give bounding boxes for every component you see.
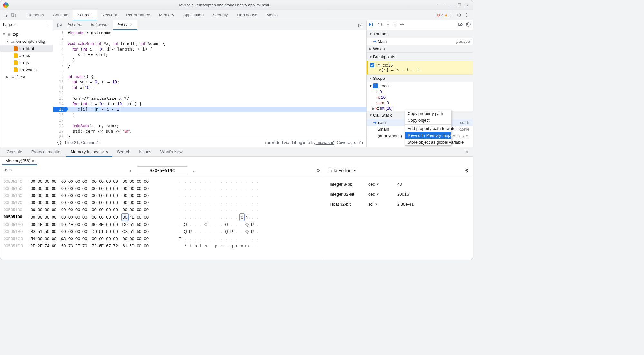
editor-statusbar: {} Line 21, Column 1 (provided via debug… bbox=[53, 138, 366, 147]
main-tab-network[interactable]: Network bbox=[97, 10, 122, 20]
breakpoint-checkbox[interactable] bbox=[370, 63, 374, 67]
format-select[interactable]: sci ▼ bbox=[368, 202, 397, 207]
value-row: Integer 32-bitdec ▼20016 bbox=[330, 189, 467, 199]
editor-pane: ▯◂ lmi.htmllmi.wasmlmi.cc× ▷| 1#include … bbox=[53, 20, 366, 147]
next-page-icon[interactable]: › bbox=[191, 168, 197, 173]
svg-point-8 bbox=[466, 23, 470, 26]
nav-back-icon[interactable]: ▯◂ bbox=[55, 23, 63, 27]
memory-settings-icon[interactable] bbox=[465, 168, 469, 173]
maximize-button[interactable]: ☐ bbox=[456, 3, 463, 7]
svg-rect-2 bbox=[14, 14, 16, 17]
scope-variable[interactable]: sum: 0 bbox=[376, 100, 473, 106]
drawer-close-icon[interactable]: ✕ bbox=[463, 149, 471, 154]
sidebar-expand-icon[interactable]: » bbox=[14, 23, 16, 27]
chevron-down-icon[interactable]: ˅ bbox=[442, 3, 449, 7]
main-tab-security[interactable]: Security bbox=[208, 10, 232, 20]
main-tab-lighthouse[interactable]: Lighthouse bbox=[232, 10, 262, 20]
resume-button[interactable] bbox=[369, 22, 374, 28]
tree-origin[interactable]: ▼emscripten-dbg- bbox=[0, 38, 53, 45]
breakpoints-section[interactable]: ▼Breakpoints bbox=[367, 53, 473, 61]
chevron-up-icon[interactable]: ˄ bbox=[435, 3, 442, 7]
main-tab-console[interactable]: Console bbox=[48, 10, 73, 20]
close-memory-tab-icon[interactable]: × bbox=[32, 158, 34, 163]
error-warning-badge[interactable]: ⊘3 ▲1 bbox=[435, 12, 453, 18]
endian-select[interactable]: Little Endian bbox=[328, 168, 351, 173]
context-menu-item[interactable]: Store object as global variable bbox=[405, 139, 451, 145]
pretty-print-icon[interactable]: {} bbox=[57, 140, 62, 145]
watch-section[interactable]: ▶Watch bbox=[367, 45, 473, 53]
step-button[interactable] bbox=[400, 22, 405, 28]
navigator-sidebar: Page » ▼top ▼emscripten-dbg- lmi.html lm… bbox=[0, 20, 53, 147]
svg-point-3 bbox=[380, 26, 380, 27]
svg-point-5 bbox=[395, 26, 396, 27]
file-lmi-wasm[interactable]: lmi.wasm bbox=[0, 66, 53, 73]
close-tab-icon[interactable]: × bbox=[130, 23, 133, 27]
drawer-tab[interactable]: Issues bbox=[135, 147, 156, 157]
main-tab-memory[interactable]: Memory bbox=[155, 10, 179, 20]
file-lmi-js[interactable]: lmi.js bbox=[0, 59, 53, 66]
context-menu-item[interactable]: Reveal in Memory Inspector panel bbox=[405, 132, 451, 139]
main-tab-sources[interactable]: Sources bbox=[73, 10, 97, 20]
settings-icon[interactable] bbox=[455, 11, 463, 19]
code-editor[interactable]: 1#include <iostream>23void calcSum(int *… bbox=[53, 30, 366, 138]
thread-main[interactable]: ➔Mainpaused bbox=[367, 38, 473, 45]
refresh-icon[interactable]: ⟳ bbox=[317, 168, 320, 173]
context-menu-item[interactable]: Add property path to watch bbox=[405, 125, 451, 132]
pause-exceptions-button[interactable] bbox=[466, 22, 471, 28]
drawer-tab[interactable]: Protocol monitor bbox=[27, 147, 66, 157]
run-snippet-icon[interactable]: ▷| bbox=[357, 23, 364, 27]
scope-section[interactable]: ▼Scope bbox=[367, 74, 473, 82]
threads-section[interactable]: ▼Threads bbox=[367, 30, 473, 38]
sidebar-menu-icon[interactable] bbox=[45, 22, 51, 28]
drawer-tab[interactable]: What's New bbox=[156, 147, 187, 157]
device-mode-icon[interactable] bbox=[10, 11, 18, 19]
deactivate-breakpoints-button[interactable] bbox=[458, 22, 463, 28]
main-tab-media[interactable]: Media bbox=[262, 10, 282, 20]
inspect-element-icon[interactable] bbox=[2, 11, 10, 19]
context-menu-item[interactable]: Copy property path bbox=[405, 110, 451, 117]
titlebar: DevTools - emscripten-dbg-stories.netlif… bbox=[0, 0, 473, 10]
format-select[interactable]: dec ▼ bbox=[368, 192, 397, 197]
editor-tab[interactable]: lmi.html bbox=[63, 20, 87, 30]
close-icon[interactable]: × bbox=[105, 149, 108, 154]
drawer: ConsoleProtocol monitorMemory Inspector×… bbox=[0, 147, 473, 260]
context-menu-item[interactable]: Copy object bbox=[405, 117, 451, 124]
kebab-menu-icon[interactable] bbox=[463, 11, 471, 19]
main-tab-performance[interactable]: Performance bbox=[121, 10, 154, 20]
memory-tab[interactable]: Memory(256)× bbox=[2, 157, 37, 165]
undo-icon[interactable]: ↶ ↷ bbox=[4, 168, 13, 173]
scope-variable[interactable]: n: 10 bbox=[376, 95, 473, 100]
main-tab-elements[interactable]: Elements bbox=[22, 10, 48, 20]
error-count: 3 bbox=[441, 13, 443, 17]
file-lmi-cc[interactable]: lmi.cc bbox=[0, 52, 53, 59]
close-button[interactable]: ✕ bbox=[463, 3, 470, 7]
step-into-button[interactable] bbox=[386, 22, 390, 28]
tree-top[interactable]: ▼top bbox=[0, 31, 53, 38]
main-tab-application[interactable]: Application bbox=[179, 10, 208, 20]
tree-file-scheme[interactable]: ▶file:// bbox=[0, 73, 53, 80]
warning-count: 1 bbox=[449, 13, 451, 17]
prev-page-icon[interactable]: ‹ bbox=[127, 168, 134, 173]
sidebar-title: Page bbox=[3, 23, 12, 27]
drawer-tab[interactable]: Console bbox=[2, 147, 27, 157]
step-out-button[interactable] bbox=[393, 22, 397, 28]
scope-local[interactable]: ▼LLocal bbox=[367, 82, 473, 89]
hex-view[interactable]: 0050514000000000 00000000 00000000 00000… bbox=[0, 176, 324, 260]
minimize-button[interactable]: — bbox=[449, 3, 456, 7]
file-lmi-html[interactable]: lmi.html bbox=[0, 45, 53, 52]
drawer-tab[interactable]: Search bbox=[112, 147, 135, 157]
breakpoint-item[interactable]: lmi.cc:15 x[i] = n - i - 1; bbox=[367, 61, 473, 74]
value-row: Integer 8-bitdec ▼48 bbox=[330, 179, 467, 189]
svg-point-4 bbox=[388, 26, 389, 27]
address-input[interactable] bbox=[137, 166, 188, 174]
format-select[interactable]: dec ▼ bbox=[368, 182, 397, 187]
editor-tab[interactable]: lmi.wasm bbox=[87, 20, 113, 30]
file-tree: ▼top ▼emscripten-dbg- lmi.html lmi.cc lm… bbox=[0, 29, 53, 147]
scope-variable[interactable]: i: 0 bbox=[376, 89, 473, 95]
editor-tab[interactable]: lmi.cc× bbox=[113, 20, 137, 30]
drawer-tab[interactable]: Memory Inspector× bbox=[66, 147, 112, 157]
source-map-link[interactable]: lmi.wasm bbox=[316, 140, 333, 145]
svg-point-6 bbox=[400, 24, 401, 25]
step-over-button[interactable] bbox=[378, 22, 383, 28]
svg-rect-9 bbox=[467, 23, 468, 25]
